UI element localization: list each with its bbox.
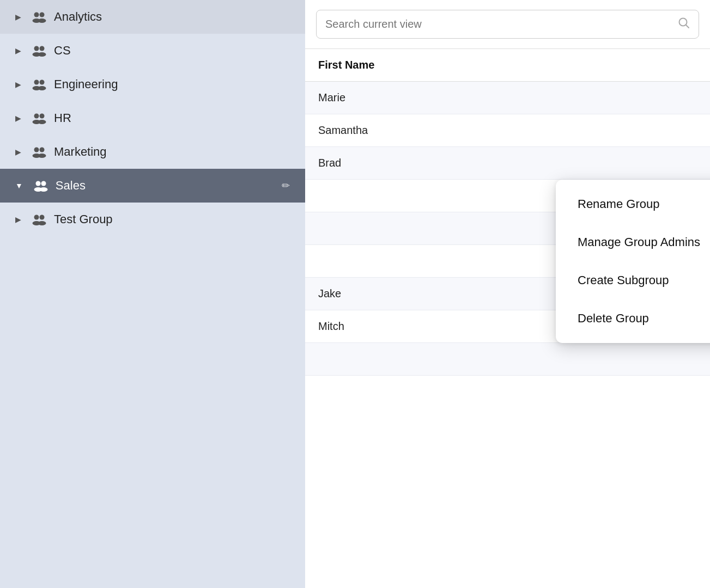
- svg-point-0: [34, 13, 39, 17]
- sidebar-item-label: Test Group: [54, 212, 290, 226]
- svg-line-29: [686, 25, 689, 28]
- svg-point-20: [35, 181, 40, 186]
- svg-point-16: [34, 148, 39, 152]
- edit-icon[interactable]: ✏: [282, 180, 290, 192]
- manage-group-admins-menuitem[interactable]: Manage Group Admins: [556, 223, 710, 261]
- svg-point-1: [40, 13, 45, 17]
- svg-point-9: [40, 80, 45, 85]
- search-input[interactable]: [325, 18, 678, 30]
- svg-point-12: [34, 114, 39, 119]
- sidebar-item-label: Engineering: [54, 77, 290, 91]
- group-icon-analytics: [31, 11, 46, 23]
- group-icon-test-group: [31, 213, 46, 225]
- sidebar-item-label: Sales: [56, 179, 274, 193]
- context-menu: Rename Group Manage Group Admins Create …: [556, 180, 710, 343]
- chevron-right-icon: ▶: [15, 80, 21, 89]
- chevron-down-icon: ▼: [15, 181, 23, 190]
- svg-point-15: [38, 120, 46, 124]
- sidebar-item-label: Marketing: [54, 145, 290, 159]
- sidebar-item-test-group[interactable]: ▶ Test Group: [0, 203, 305, 236]
- group-icon-cs: [31, 45, 46, 57]
- sidebar-item-marketing[interactable]: ▶ Marketing: [0, 135, 305, 169]
- svg-point-24: [34, 215, 39, 220]
- table-row: Marie: [305, 82, 710, 114]
- group-icon-hr: [31, 112, 46, 124]
- svg-point-23: [39, 187, 47, 192]
- main-content: First Name Marie Samantha Brad Jake Mitc…: [305, 0, 710, 588]
- svg-point-19: [38, 154, 46, 158]
- sidebar-item-analytics[interactable]: ▶ Analytics: [0, 0, 305, 34]
- sidebar-item-label: HR: [54, 111, 290, 125]
- sidebar: ▶ Analytics ▶ CS ▶ Engineering ▶: [0, 0, 305, 588]
- sidebar-item-cs[interactable]: ▶ CS: [0, 34, 305, 68]
- svg-point-7: [38, 52, 46, 57]
- table-row: [305, 343, 710, 376]
- group-icon-sales: [33, 180, 48, 192]
- group-icon-engineering: [31, 78, 46, 90]
- sidebar-item-label: CS: [54, 44, 290, 58]
- svg-point-5: [40, 46, 45, 51]
- create-subgroup-menuitem[interactable]: Create Subgroup: [556, 261, 710, 299]
- svg-point-8: [34, 80, 39, 85]
- sidebar-item-engineering[interactable]: ▶ Engineering: [0, 68, 305, 101]
- search-bar: [305, 0, 710, 49]
- table-row: Brad: [305, 147, 710, 180]
- svg-point-21: [41, 181, 46, 186]
- table-row: Samantha: [305, 114, 710, 147]
- sidebar-item-hr[interactable]: ▶ HR: [0, 101, 305, 135]
- search-input-wrapper: [316, 10, 699, 39]
- group-icon-marketing: [31, 146, 46, 158]
- svg-point-27: [38, 221, 46, 225]
- delete-group-menuitem[interactable]: Delete Group: [556, 299, 710, 338]
- svg-point-13: [40, 114, 45, 119]
- svg-point-25: [40, 215, 45, 220]
- chevron-right-icon: ▶: [15, 215, 21, 224]
- svg-point-17: [40, 148, 45, 152]
- chevron-right-icon: ▶: [15, 13, 21, 21]
- sidebar-item-sales[interactable]: ▼ Sales ✏: [0, 169, 305, 203]
- svg-point-4: [34, 46, 39, 51]
- svg-point-11: [38, 86, 46, 90]
- table-header: First Name: [305, 49, 710, 82]
- svg-point-3: [38, 19, 46, 23]
- chevron-right-icon: ▶: [15, 114, 21, 122]
- chevron-right-icon: ▶: [15, 46, 21, 55]
- search-icon: [678, 17, 690, 32]
- rename-group-menuitem[interactable]: Rename Group: [556, 185, 710, 223]
- chevron-right-icon: ▶: [15, 148, 21, 156]
- sidebar-item-label: Analytics: [54, 10, 290, 24]
